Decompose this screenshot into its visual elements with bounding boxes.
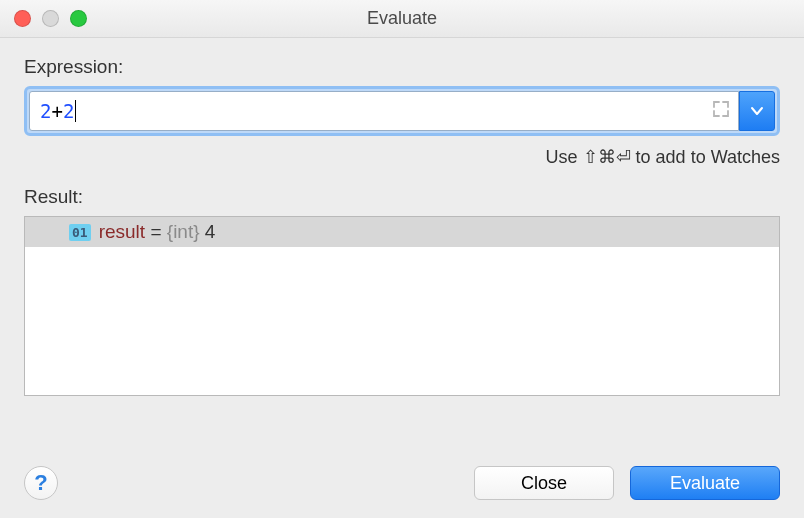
expr-token-number: 2 (63, 100, 74, 122)
result-row[interactable]: 01 result = {int} 4 (25, 217, 779, 247)
hint-suffix: to add to Watches (631, 147, 780, 167)
result-equals: = (145, 221, 167, 242)
result-variable-name: result (99, 221, 145, 242)
result-label: Result: (24, 186, 780, 208)
expression-input[interactable]: 2 + 2 (29, 91, 739, 131)
minimize-window-icon (42, 10, 59, 27)
dialog-footer: ? Close Evaluate (24, 466, 780, 500)
expr-token-number: 2 (40, 100, 51, 122)
hint-keys: ⇧⌘⏎ (583, 147, 631, 167)
chevron-down-icon (750, 104, 764, 118)
hint-prefix: Use (546, 147, 583, 167)
int-badge-icon: 01 (69, 224, 91, 241)
expand-icon[interactable] (712, 100, 730, 122)
zoom-window-icon[interactable] (70, 10, 87, 27)
evaluate-button[interactable]: Evaluate (630, 466, 780, 500)
dialog-content: Expression: 2 + 2 Use ⇧⌘⏎ to add to Watc… (0, 38, 804, 416)
window-title: Evaluate (0, 8, 804, 29)
watches-hint: Use ⇧⌘⏎ to add to Watches (24, 146, 780, 168)
expression-field-wrap: 2 + 2 (24, 86, 780, 136)
result-panel[interactable]: 01 result = {int} 4 (24, 216, 780, 396)
expr-token-operator: + (51, 100, 62, 122)
expression-label: Expression: (24, 56, 780, 78)
help-button[interactable]: ? (24, 466, 58, 500)
titlebar: Evaluate (0, 0, 804, 38)
history-dropdown-button[interactable] (739, 91, 775, 131)
window-controls (14, 10, 87, 27)
close-window-icon[interactable] (14, 10, 31, 27)
result-type: {int} (167, 221, 200, 242)
text-caret (75, 100, 76, 122)
result-value: 4 (200, 221, 216, 242)
close-button[interactable]: Close (474, 466, 614, 500)
help-icon: ? (34, 470, 47, 496)
